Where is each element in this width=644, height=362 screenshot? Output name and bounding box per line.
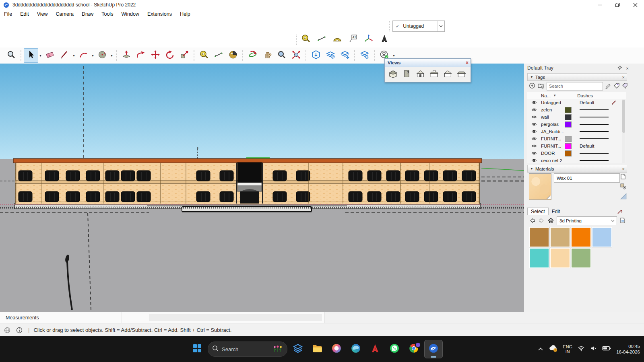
tag-row[interactable]: ceco net 2 — [527, 157, 626, 163]
menu-edit[interactable]: Edit — [16, 10, 33, 18]
tool-push-pull[interactable] — [119, 48, 134, 63]
top-view-button[interactable] — [400, 68, 413, 80]
tab-edit[interactable]: Edit — [549, 208, 564, 215]
tags-scrollbar[interactable] — [622, 99, 625, 163]
material-6[interactable] — [550, 248, 570, 268]
home-icon[interactable] — [547, 217, 554, 225]
menu-extensions[interactable]: Extensions — [143, 10, 176, 18]
collapse-triangle-icon[interactable]: ▼ — [530, 167, 533, 171]
tag-search-input[interactable] — [547, 82, 603, 90]
menu-camera[interactable]: Camera — [52, 10, 78, 18]
tool-paint-bucket[interactable] — [226, 48, 240, 63]
add-tag-button[interactable] — [529, 82, 535, 90]
views-palette-titlebar[interactable]: Views × — [385, 59, 471, 67]
materials-collection-dropdown[interactable]: 3d Printing — [557, 216, 617, 225]
eyedropper-icon[interactable] — [617, 208, 623, 215]
back-view-button[interactable] — [442, 68, 454, 80]
visibility-eye-icon[interactable] — [531, 100, 537, 105]
taskbar-app-copilot[interactable] — [328, 340, 345, 358]
3d-viewport[interactable] — [0, 64, 524, 312]
toolbar-drag-handle[interactable] — [296, 35, 298, 45]
tags-section-header[interactable]: ▼ Tags × — [527, 73, 627, 81]
close-icon[interactable]: × — [622, 75, 625, 80]
tool-zoom-window[interactable] — [275, 48, 289, 63]
dashes-line[interactable] — [580, 153, 609, 154]
menu-file[interactable]: File — [0, 10, 16, 18]
active-tag-dropdown[interactable]: ✓ Untagged — [392, 21, 445, 32]
taskbar-app-autocad[interactable] — [366, 340, 384, 358]
tab-select[interactable]: Select — [527, 208, 549, 215]
materials-section-header[interactable]: ▼ Materials × — [527, 165, 627, 173]
tag-row[interactable]: UntaggedDefault — [527, 99, 626, 106]
dashes-line[interactable] — [580, 109, 609, 110]
dashes-line[interactable] — [580, 131, 609, 132]
dashes-line[interactable] — [580, 138, 609, 139]
tray-chevron-up-icon[interactable] — [538, 346, 543, 353]
dashes-column-header[interactable]: Dashes — [577, 93, 593, 98]
tool-tape-measure[interactable] — [197, 48, 211, 63]
visibility-eye-icon[interactable] — [531, 144, 537, 148]
tool-share-model[interactable] — [323, 48, 338, 63]
back-arrow-icon[interactable] — [529, 217, 536, 225]
minimize-button[interactable] — [591, 0, 609, 10]
tool-extension-warehouse[interactable] — [357, 48, 372, 63]
tool-eraser[interactable] — [43, 48, 57, 63]
toolbar-drag-handle[interactable] — [389, 21, 391, 31]
taskbar-app-file-explorer[interactable] — [308, 340, 326, 358]
left-view-button[interactable] — [455, 68, 468, 80]
battery-icon[interactable] — [602, 345, 611, 353]
material-1[interactable] — [529, 227, 549, 247]
menu-help[interactable]: Help — [176, 10, 194, 18]
close-button[interactable] — [626, 0, 644, 10]
measurements-value-box[interactable] — [149, 314, 322, 321]
tag-color-swatch[interactable] — [565, 150, 572, 156]
visibility-eye-icon[interactable] — [531, 129, 537, 134]
geolocation-icon[interactable] — [4, 327, 10, 333]
material-2[interactable] — [550, 227, 570, 247]
tag-color-swatch[interactable] — [565, 143, 572, 149]
tool-select[interactable] — [24, 48, 38, 63]
sample-paint-icon[interactable] — [620, 193, 627, 200]
pencil-icon[interactable] — [611, 100, 617, 105]
create-material-icon[interactable] — [620, 183, 626, 189]
menu-tools[interactable]: Tools — [97, 10, 117, 18]
tag-row[interactable]: wall — [527, 113, 626, 121]
menu-view[interactable]: View — [33, 10, 52, 18]
material-5[interactable] — [529, 248, 549, 268]
front-view-button[interactable] — [414, 68, 427, 80]
close-icon[interactable]: × — [466, 60, 469, 66]
material-3[interactable] — [571, 227, 591, 247]
add-tag-folder-button[interactable] — [537, 82, 545, 90]
tool-arc[interactable] — [76, 48, 91, 63]
tool-circle[interactable] — [95, 48, 109, 63]
name-column-header[interactable]: Na... — [541, 93, 551, 98]
tool-text[interactable]: A1 — [346, 32, 360, 47]
dashes-line[interactable] — [580, 117, 609, 117]
dashes-line[interactable] — [580, 160, 609, 161]
pencil-icon[interactable] — [605, 82, 611, 90]
weather-cloud-icon[interactable]: ! — [549, 344, 557, 354]
tool-zoom-extents[interactable] — [289, 48, 303, 63]
dashes-line[interactable] — [580, 124, 609, 125]
tag-row[interactable]: DOOR — [527, 150, 626, 157]
collapse-triangle-icon[interactable]: ▼ — [530, 75, 533, 79]
close-icon[interactable]: × — [626, 66, 629, 71]
tool-pan[interactable] — [260, 48, 275, 63]
dashes-default-label[interactable]: Default — [580, 144, 594, 148]
taskbar-app-sketchup-viewer[interactable] — [289, 340, 307, 358]
visibility-eye-icon[interactable] — [531, 158, 537, 163]
tool-move[interactable] — [148, 48, 163, 63]
dashes-default-label[interactable]: Default — [580, 100, 594, 105]
tag-row[interactable]: pergolas — [527, 121, 626, 128]
close-icon[interactable]: × — [622, 167, 625, 171]
tags-column-headers[interactable]: Na... ▼ Dashes — [527, 92, 626, 99]
taskbar-app-whatsapp[interactable] — [386, 340, 403, 358]
dropdown-arrow[interactable]: ▾ — [109, 53, 114, 58]
tool-3d-warehouse[interactable] — [309, 48, 323, 63]
chevron-down-icon[interactable] — [437, 21, 444, 31]
visibility-eye-icon[interactable] — [531, 107, 537, 112]
purge-tags-icon[interactable] — [613, 82, 620, 90]
forward-arrow-icon[interactable] — [538, 217, 545, 225]
iso-view-button[interactable] — [387, 68, 399, 80]
taskbar-app-sketchup-pro[interactable] — [424, 340, 443, 358]
